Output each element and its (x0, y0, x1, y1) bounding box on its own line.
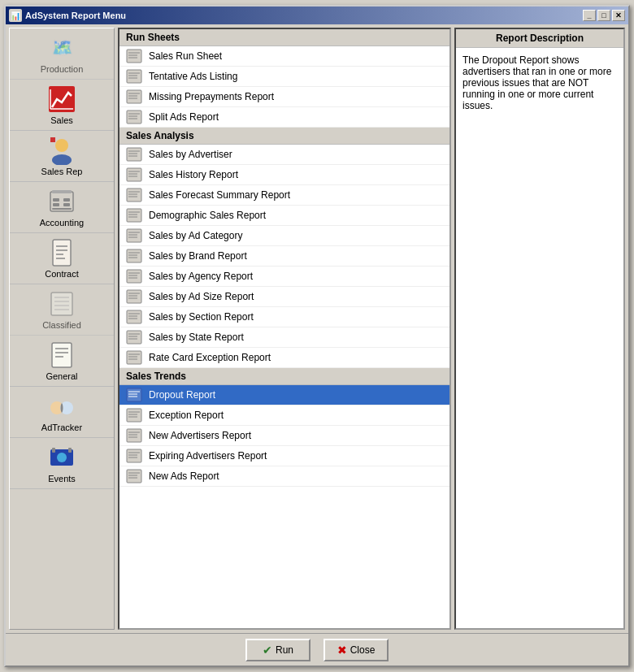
report-label: Sales by Ad Size Report (149, 291, 254, 302)
report-icon (126, 269, 142, 284)
svg-rect-13 (53, 240, 71, 266)
sidebar-item-classified[interactable]: Classified (10, 284, 114, 336)
svg-rect-41 (127, 90, 141, 103)
report-item-expiring-advertisers[interactable]: Expiring Advertisers Report (119, 446, 449, 466)
report-item-sales-by-agency[interactable]: Sales by Agency Report (119, 267, 449, 287)
svg-rect-45 (127, 111, 141, 124)
contract-icon (47, 238, 76, 267)
svg-rect-53 (127, 168, 141, 181)
report-icon (126, 110, 142, 124)
report-icon (126, 449, 142, 463)
report-item-sales-by-advertiser[interactable]: Sales by Advertiser (119, 145, 449, 165)
svg-rect-73 (127, 270, 141, 283)
close-button[interactable]: ✖ Close (324, 639, 389, 661)
sidebar-item-accounting[interactable]: Accounting (10, 182, 114, 233)
report-item-sales-by-brand[interactable]: Sales by Brand Report (119, 246, 449, 267)
report-label: Sales by Brand Report (149, 250, 247, 262)
report-label: New Ads Report (149, 470, 219, 482)
report-label: Sales by Section Report (149, 311, 254, 323)
svg-rect-0 (49, 86, 75, 112)
sidebar-label-production: Production (41, 64, 84, 74)
report-label: Expiring Advertisers Report (149, 450, 267, 462)
sidebar-label-events: Events (48, 474, 76, 483)
report-item-demographic-sales[interactable]: Demographic Sales Report (119, 206, 449, 226)
report-item-missing-prepayments[interactable]: Missing Prepayments Report (119, 87, 449, 107)
svg-rect-32 (68, 448, 72, 453)
close-button-label: Close (350, 644, 376, 656)
report-list[interactable]: Run Sheets Sales Run Sheet Tentative Ads… (118, 28, 451, 630)
report-item-sales-forecast[interactable]: Sales Forecast Summary Report (119, 185, 449, 206)
report-item-sales-history[interactable]: Sales History Report (119, 165, 449, 185)
report-icon (126, 89, 142, 104)
svg-rect-9 (53, 203, 59, 206)
sidebar-item-events[interactable]: Events (10, 438, 114, 489)
minimize-button[interactable]: _ (583, 10, 596, 21)
sidebar-item-adtracker[interactable]: AdTracker (10, 387, 114, 438)
main-content: 🗺️ Production Sales (6, 24, 628, 633)
report-icon (126, 350, 142, 365)
report-item-sales-run-sheet[interactable]: Sales Run Sheet (119, 46, 449, 67)
svg-rect-31 (52, 448, 55, 453)
report-item-rate-card-exception[interactable]: Rate Card Exception Report (119, 348, 449, 368)
sidebar-label-general: General (46, 371, 77, 381)
sidebar-item-sales-rep[interactable]: Sales Rep (10, 131, 114, 182)
report-item-sales-by-ad-size[interactable]: Sales by Ad Size Report (119, 287, 449, 307)
window-close-button[interactable]: ✕ (612, 10, 625, 21)
svg-rect-10 (63, 198, 70, 202)
svg-rect-7 (52, 190, 72, 193)
report-label: New Advertisers Report (149, 430, 251, 441)
svg-rect-97 (127, 409, 141, 422)
report-label: Split Ads Report (149, 111, 219, 123)
svg-rect-57 (127, 189, 141, 202)
sidebar-item-general[interactable]: General (10, 336, 114, 387)
svg-rect-89 (127, 351, 141, 364)
svg-rect-109 (127, 470, 141, 483)
sidebar-item-contract[interactable]: Contract (10, 233, 114, 284)
report-item-sales-by-section[interactable]: Sales by Section Report (119, 307, 449, 327)
classified-icon (47, 289, 76, 319)
sidebar-item-sales[interactable]: Sales (10, 80, 114, 131)
report-icon (126, 228, 142, 243)
svg-rect-101 (127, 429, 141, 442)
run-button[interactable]: ✔ Run (245, 639, 310, 661)
sales-rep-icon (47, 136, 76, 165)
report-item-exception-report[interactable]: Exception Report (119, 405, 449, 426)
svg-rect-37 (127, 70, 141, 83)
report-item-split-ads[interactable]: Split Ads Report (119, 107, 449, 128)
report-icon (126, 310, 142, 324)
svg-rect-85 (127, 331, 141, 344)
sidebar-label-adtracker: AdTracker (41, 423, 82, 432)
section-header-sales-trends: Sales Trends (119, 368, 449, 385)
maximize-button[interactable]: □ (597, 10, 610, 21)
run-button-label: Run (276, 644, 293, 656)
sidebar: 🗺️ Production Sales (9, 28, 115, 630)
svg-point-30 (57, 453, 67, 462)
report-item-sales-by-state[interactable]: Sales by State Report (119, 327, 449, 348)
sidebar-label-sales-rep: Sales Rep (41, 167, 83, 176)
sidebar-label-accounting: Accounting (40, 218, 84, 228)
report-item-new-ads[interactable]: New Ads Report (119, 466, 449, 487)
report-icon (126, 428, 142, 443)
svg-rect-69 (127, 249, 141, 262)
section-header-sales-analysis: Sales Analysis (119, 128, 449, 145)
report-label: Sales by Ad Category (149, 230, 242, 241)
report-item-sales-by-ad-category[interactable]: Sales by Ad Category (119, 226, 449, 246)
report-icon (126, 330, 142, 345)
svg-rect-12 (52, 208, 72, 210)
adtracker-icon (47, 392, 76, 421)
svg-point-4 (52, 154, 72, 165)
report-icon (126, 188, 142, 202)
sidebar-item-production[interactable]: 🗺️ Production (10, 28, 114, 80)
report-label: Tentative Ads Listing (149, 71, 237, 82)
report-icon (126, 388, 142, 402)
svg-point-3 (55, 139, 68, 152)
svg-rect-77 (127, 290, 141, 303)
report-item-dropout-report[interactable]: Dropout Report (119, 385, 449, 405)
bottom-bar: ✔ Run ✖ Close (6, 633, 628, 665)
svg-rect-11 (63, 203, 70, 206)
report-item-tentative-ads[interactable]: Tentative Ads Listing (119, 67, 449, 87)
report-label: Sales History Report (149, 169, 238, 180)
report-item-new-advertisers[interactable]: New Advertisers Report (119, 426, 449, 446)
report-icon (126, 249, 142, 263)
report-label: Sales Run Sheet (149, 50, 222, 62)
